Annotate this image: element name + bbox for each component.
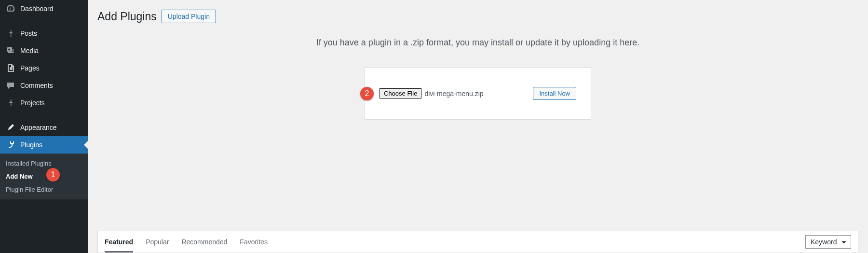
- plugin-icon: [6, 140, 15, 150]
- choose-file-button[interactable]: Choose File: [380, 88, 421, 98]
- pages-icon: [6, 63, 15, 73]
- sidebar-item-projects[interactable]: Projects: [0, 94, 88, 112]
- filter-tabs-bar: Featured Popular Recommended Favorites K…: [97, 231, 858, 253]
- brush-icon: [6, 123, 15, 132]
- upload-instruction: If you have a plugin in a .zip format, y…: [97, 38, 858, 48]
- comments-icon: [6, 81, 15, 90]
- submenu-installed-plugins[interactable]: Installed Plugins: [0, 157, 88, 170]
- sidebar-item-plugins[interactable]: Plugins: [0, 136, 88, 154]
- dashboard-icon: [6, 4, 15, 14]
- annotation-badge-1: 1: [46, 168, 60, 182]
- pin-icon: [6, 98, 15, 108]
- annotation-badge-2: 2: [360, 87, 374, 100]
- upload-box: 2 Choose File divi-mega-menu.zip Install…: [365, 67, 591, 120]
- tab-recommended[interactable]: Recommended: [181, 231, 227, 253]
- sidebar-item-appearance[interactable]: Appearance: [0, 119, 88, 136]
- tab-favorites[interactable]: Favorites: [240, 231, 268, 253]
- submenu-plugin-file-editor[interactable]: Plugin File Editor: [0, 183, 88, 196]
- search-type-select[interactable]: Keyword: [805, 235, 851, 249]
- sidebar-item-label: Posts: [20, 29, 37, 37]
- tab-popular[interactable]: Popular: [146, 231, 169, 253]
- sidebar-item-dashboard[interactable]: Dashboard: [0, 0, 88, 17]
- upload-plugin-button[interactable]: Upload Plugin: [162, 10, 216, 23]
- media-icon: [6, 46, 15, 56]
- file-choose-wrap: 2 Choose File divi-mega-menu.zip: [380, 88, 484, 98]
- page-title: Add Plugins: [97, 10, 157, 23]
- sidebar-separator: [0, 17, 88, 25]
- tabs-left: Featured Popular Recommended Favorites: [105, 231, 268, 253]
- sidebar-separator: [0, 112, 88, 119]
- plugins-submenu: Installed Plugins Add New 1 Plugin File …: [0, 154, 88, 199]
- main-content: Add Plugins Upload Plugin If you have a …: [88, 0, 868, 253]
- sidebar-item-label: Dashboard: [20, 5, 54, 13]
- page-header: Add Plugins Upload Plugin: [97, 10, 858, 23]
- admin-sidebar: Dashboard Posts Media Pages Comments Pro…: [0, 0, 88, 253]
- sidebar-item-label: Appearance: [20, 124, 57, 131]
- submenu-add-new[interactable]: Add New 1: [0, 170, 88, 183]
- sidebar-item-comments[interactable]: Comments: [0, 77, 88, 94]
- sidebar-item-posts[interactable]: Posts: [0, 25, 88, 42]
- submenu-label: Add New: [6, 173, 33, 180]
- search-filter-wrap: Keyword: [805, 235, 851, 249]
- install-now-button[interactable]: Install Now: [533, 87, 576, 100]
- pin-icon: [6, 28, 15, 38]
- sidebar-item-label: Projects: [20, 99, 45, 107]
- sidebar-item-label: Comments: [20, 82, 53, 89]
- sidebar-item-label: Plugins: [20, 141, 42, 149]
- sidebar-item-media[interactable]: Media: [0, 42, 88, 59]
- sidebar-item-pages[interactable]: Pages: [0, 59, 88, 77]
- tab-featured[interactable]: Featured: [105, 231, 133, 253]
- sidebar-item-label: Pages: [20, 64, 40, 72]
- sidebar-item-label: Media: [20, 47, 39, 55]
- selected-file-name: divi-mega-menu.zip: [424, 90, 483, 98]
